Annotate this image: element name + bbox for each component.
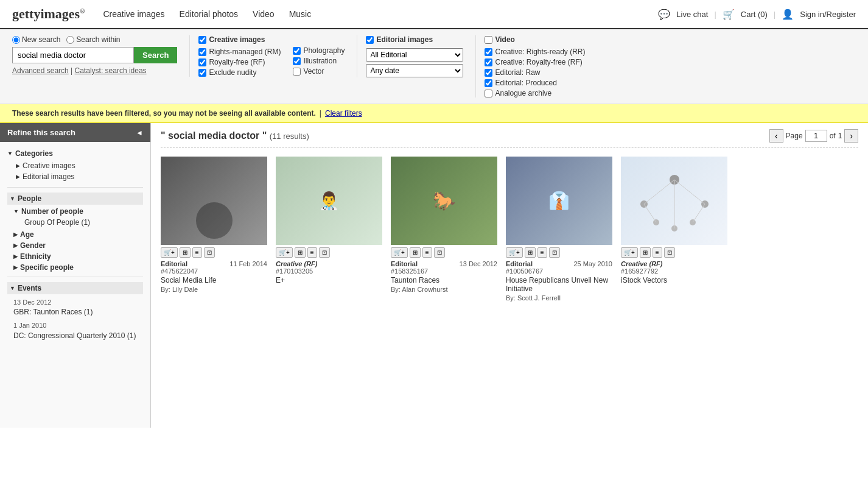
add-to-cart-4[interactable]: 🛒+	[506, 247, 523, 258]
lightbox-5[interactable]: ⊡	[664, 247, 675, 258]
nudity-checkbox[interactable]	[198, 69, 206, 77]
search-within-radio-label[interactable]: Search within	[66, 35, 120, 44]
lightbox-3[interactable]: ⊡	[434, 247, 445, 258]
photography-checkbox[interactable]	[293, 47, 301, 55]
video-checkbox[interactable]	[485, 36, 492, 44]
search-input[interactable]	[12, 47, 134, 63]
user-icon: 👤	[782, 9, 794, 20]
image-thumb-4[interactable]: 👔	[506, 157, 612, 245]
cart-link[interactable]: Cart (0)	[741, 10, 768, 19]
event-1-date: 13 Dec 2012	[13, 298, 143, 307]
editorial-dropdown-1[interactable]: All Editorial	[366, 48, 463, 62]
rm-filter-label[interactable]: Rights-managed (RM)	[198, 48, 281, 56]
photography-filter-label[interactable]: Photography	[293, 46, 345, 55]
compare-1[interactable]: ⊞	[180, 247, 191, 258]
add-to-cart-2[interactable]: 🛒+	[276, 247, 293, 258]
image-thumb-5[interactable]	[621, 157, 727, 245]
vector-checkbox[interactable]	[293, 68, 301, 76]
details-4[interactable]: ≡	[537, 247, 547, 258]
content-area: " social media doctor " (11 results) ‹ P…	[151, 123, 868, 428]
editorial-dropdown-2[interactable]: Any date	[366, 64, 463, 77]
image-thumb-2[interactable]: 👨‍⚕️	[276, 157, 382, 245]
details-3[interactable]: ≡	[422, 247, 432, 258]
add-to-cart-1[interactable]: 🛒+	[161, 247, 178, 258]
add-to-cart-3[interactable]: 🛒+	[391, 247, 408, 258]
editorial-raw-label[interactable]: Editorial: Raw	[485, 68, 585, 77]
prev-page-button[interactable]: ‹	[769, 129, 783, 143]
people-title[interactable]: ▼ People	[7, 193, 143, 205]
new-search-radio[interactable]	[12, 36, 20, 44]
image-thumb-3[interactable]: 🐎	[391, 157, 497, 245]
event-item-1[interactable]: 13 Dec 2012 GBR: Taunton Races (1)	[7, 297, 143, 319]
catalyst-link[interactable]: Catalyst: search ideas	[75, 66, 147, 75]
image-thumb-1[interactable]	[161, 157, 267, 245]
image-card-5: 🛒+ ⊞ ≡ ⊡ Creative (RF) #165927792 iStock…	[621, 157, 727, 302]
nav-video[interactable]: Video	[253, 9, 275, 19]
page-input[interactable]	[805, 130, 827, 142]
compare-4[interactable]: ⊞	[525, 247, 536, 258]
video-filter-title: Video	[485, 35, 585, 44]
details-1[interactable]: ≡	[192, 247, 202, 258]
illustration-checkbox[interactable]	[293, 57, 301, 65]
specific-people-title[interactable]: ▶ Specific people	[13, 263, 143, 272]
creative-filter-col: Creative images Rights-managed (RM) Roya…	[189, 35, 281, 77]
signin-link[interactable]: Sign in/Register	[800, 10, 856, 19]
advanced-search-link[interactable]: Advanced search	[12, 66, 69, 75]
compare-5[interactable]: ⊞	[640, 247, 651, 258]
event-2-date: 1 Jan 2010	[13, 321, 143, 330]
illustration-filter-label[interactable]: Illustration	[293, 57, 345, 65]
main-nav: Creative images Editorial photos Video M…	[103, 9, 658, 19]
nav-editorial-photos[interactable]: Editorial photos	[180, 9, 239, 19]
live-chat-link[interactable]: Live chat	[676, 10, 708, 19]
age-title[interactable]: ▶ Age	[13, 230, 143, 239]
next-page-button[interactable]: ›	[844, 129, 858, 143]
nav-creative-images[interactable]: Creative images	[103, 9, 164, 19]
editorial-raw-checkbox[interactable]	[485, 69, 492, 77]
creative-rf-checkbox[interactable]	[485, 58, 492, 66]
creative-rr-checkbox[interactable]	[485, 48, 492, 56]
image-meta-4: Editorial 25 May 2010 #100506767 House R…	[506, 260, 612, 302]
lightbox-1[interactable]: ⊡	[204, 247, 215, 258]
compare-2[interactable]: ⊞	[295, 247, 306, 258]
number-of-people-title[interactable]: ▼ Number of people	[13, 207, 143, 216]
new-search-radio-label[interactable]: New search	[12, 35, 60, 44]
creative-rf-label[interactable]: Creative: Royalty-free (RF)	[485, 58, 585, 66]
search-area: New search Search within Search Advanced…	[0, 29, 868, 104]
analogue-archive-checkbox[interactable]	[485, 90, 492, 97]
vector-filter-label[interactable]: Vector	[293, 67, 345, 76]
gender-title[interactable]: ▶ Gender	[13, 241, 143, 250]
rf-filter-label[interactable]: Royalty-free (RF)	[198, 58, 281, 66]
image-type-3: Editorial	[391, 260, 418, 267]
rm-checkbox[interactable]	[198, 48, 206, 56]
event-item-2[interactable]: 1 Jan 2010 DC: Congressional Quarterly 2…	[7, 319, 143, 342]
lightbox-2[interactable]: ⊡	[319, 247, 330, 258]
details-5[interactable]: ≡	[653, 247, 662, 258]
header: gettyimages® Creative images Editorial p…	[0, 0, 868, 29]
editorial-images-checkbox[interactable]	[366, 36, 374, 44]
refine-header[interactable]: Refine this search ◄	[0, 123, 150, 142]
add-to-cart-5[interactable]: 🛒+	[621, 247, 638, 258]
nudity-filter-label[interactable]: Exclude nudity	[198, 68, 281, 77]
lightbox-4[interactable]: ⊡	[549, 247, 560, 258]
editorial-produced-checkbox[interactable]	[485, 79, 492, 87]
analogue-archive-label[interactable]: Analogue archive	[485, 89, 585, 97]
image-grid: 🛒+ ⊞ ≡ ⊡ Editorial 11 Feb 2014 #47562204…	[161, 157, 858, 302]
editorial-produced-label[interactable]: Editorial: Produced	[485, 79, 585, 87]
compare-3[interactable]: ⊞	[410, 247, 421, 258]
rf-checkbox[interactable]	[198, 58, 206, 66]
clear-filters-link[interactable]: Clear filters	[325, 109, 362, 118]
ethnicity-right-icon: ▶	[13, 253, 18, 260]
sidebar-item-creative-images[interactable]: ▶ Creative images	[7, 160, 143, 171]
ethnicity-title[interactable]: ▶ Ethnicity	[13, 252, 143, 261]
nav-music[interactable]: Music	[289, 9, 312, 19]
search-button[interactable]: Search	[134, 47, 177, 63]
creative-images-checkbox[interactable]	[198, 36, 206, 44]
search-within-radio[interactable]	[66, 36, 74, 44]
group-of-people-item[interactable]: Group Of People (1)	[13, 217, 143, 228]
sidebar-item-editorial-images[interactable]: ▶ Editorial images	[7, 171, 143, 182]
creative-rr-label[interactable]: Creative: Rights-ready (RR)	[485, 48, 585, 56]
events-title[interactable]: ▼ Events	[7, 282, 143, 294]
details-2[interactable]: ≡	[307, 247, 317, 258]
header-right: 💬 Live chat | 🛒 Cart (0) | 👤 Sign in/Reg…	[658, 9, 856, 20]
categories-title[interactable]: ▼ Categories	[7, 149, 143, 158]
